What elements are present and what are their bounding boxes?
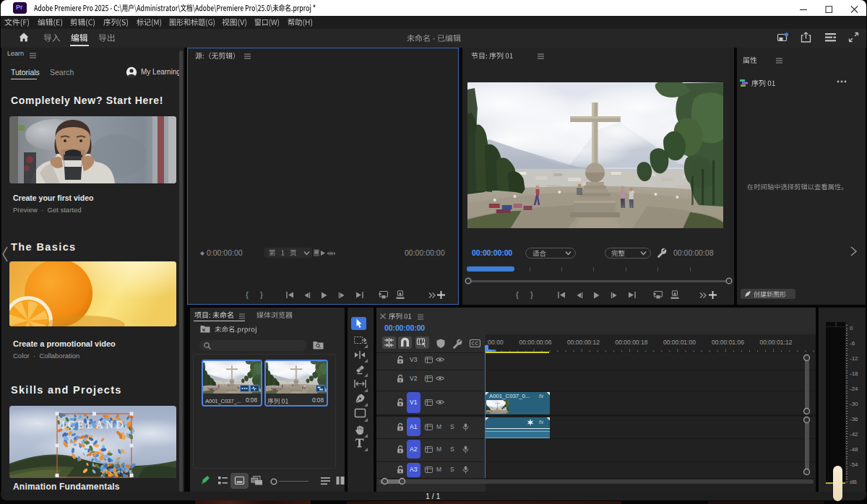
svg-text:ICELAND: ICELAND <box>61 420 126 430</box>
